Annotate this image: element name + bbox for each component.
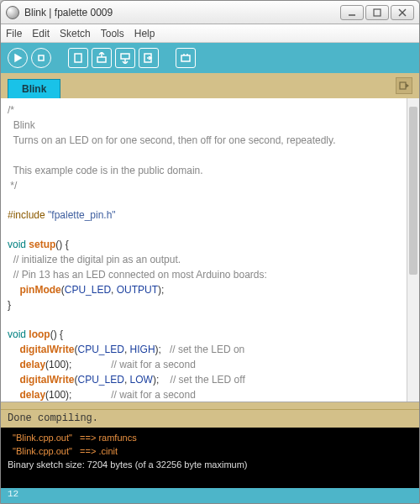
app-window: Blink | fpalette 0009 File Edit Sketch T… bbox=[0, 0, 420, 504]
tab-blink[interactable]: Blink bbox=[8, 79, 60, 98]
svg-rect-1 bbox=[374, 9, 381, 16]
stop-button[interactable] bbox=[31, 48, 51, 68]
titlebar[interactable]: Blink | fpalette 0009 bbox=[1, 1, 419, 24]
app-icon bbox=[6, 6, 19, 19]
menu-file[interactable]: File bbox=[6, 28, 22, 39]
menu-sketch[interactable]: Sketch bbox=[60, 28, 91, 39]
console-output[interactable]: "Blink.cpp.out" ==> ramfuncs "Blink.cpp.… bbox=[1, 428, 419, 488]
svg-rect-13 bbox=[400, 82, 406, 89]
svg-rect-7 bbox=[97, 57, 106, 62]
new-button[interactable] bbox=[68, 48, 88, 68]
maximize-button[interactable] bbox=[365, 5, 389, 20]
menu-edit[interactable]: Edit bbox=[32, 28, 50, 39]
menu-help[interactable]: Help bbox=[134, 28, 155, 39]
open-button[interactable] bbox=[92, 48, 112, 68]
svg-rect-8 bbox=[121, 54, 129, 59]
verify-button[interactable] bbox=[8, 48, 28, 68]
code-editor[interactable]: /* Blink Turns on an LED on for one seco… bbox=[1, 98, 419, 402]
svg-rect-6 bbox=[75, 54, 81, 62]
editor-scrollbar[interactable] bbox=[407, 98, 419, 402]
save-button[interactable] bbox=[115, 48, 135, 68]
status-message: Done compiling. bbox=[1, 409, 419, 428]
pane-divider[interactable] bbox=[1, 402, 419, 409]
menu-tools[interactable]: Tools bbox=[101, 28, 124, 39]
upload-button[interactable] bbox=[139, 48, 159, 68]
svg-rect-10 bbox=[181, 55, 190, 61]
menubar: File Edit Sketch Tools Help bbox=[1, 24, 419, 43]
footer-line-indicator: 12 bbox=[1, 488, 419, 503]
scrollbar-thumb[interactable] bbox=[409, 107, 417, 275]
svg-marker-4 bbox=[15, 55, 21, 61]
tabbar: Blink bbox=[1, 73, 419, 98]
tab-menu-button[interactable] bbox=[396, 77, 412, 94]
window-title: Blink | fpalette 0009 bbox=[24, 7, 340, 18]
serial-monitor-button[interactable] bbox=[176, 48, 196, 68]
minimize-button[interactable] bbox=[340, 5, 364, 20]
close-button[interactable] bbox=[391, 5, 414, 20]
toolbar bbox=[1, 43, 419, 73]
svg-rect-5 bbox=[39, 55, 44, 60]
